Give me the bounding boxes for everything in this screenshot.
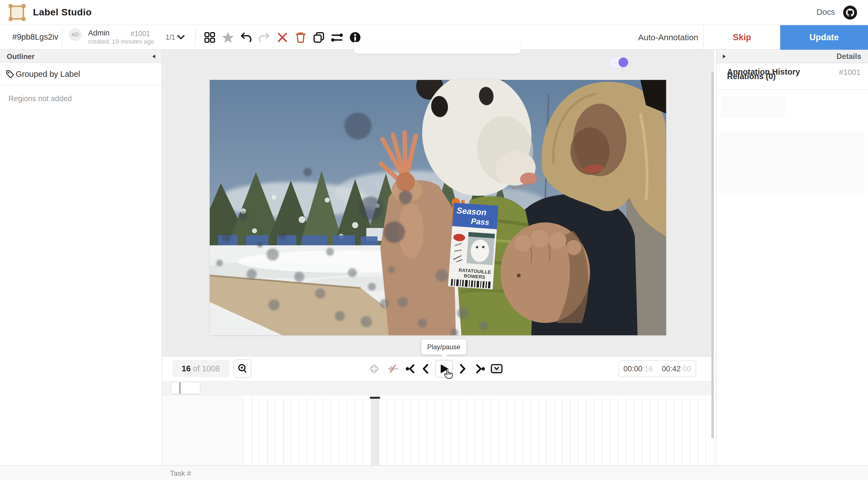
details-header: Details <box>716 50 868 63</box>
expand-right-icon[interactable] <box>722 54 726 60</box>
tooltip-text: Play/pause <box>427 343 461 351</box>
add-keypoint-button[interactable] <box>368 363 380 375</box>
floating-toolbar-remnant <box>354 42 521 54</box>
season-pass-badge: Season Pass RATATOUILLE BOWERS <box>448 203 499 289</box>
seeker-position-line <box>180 382 180 394</box>
undo-icon[interactable] <box>239 31 253 44</box>
redo-icon[interactable] <box>257 31 271 44</box>
current-time-main: 00:00 <box>623 365 642 373</box>
annotation-history-id: #1001 <box>839 68 861 77</box>
timeline-seeker-track[interactable] <box>162 381 712 395</box>
skip-button[interactable]: Skip <box>703 25 780 50</box>
update-label: Update <box>809 32 839 42</box>
interpolation-toggle-button[interactable] <box>491 363 503 375</box>
outliner-title: Outliner <box>7 52 35 61</box>
details-panel: Details Annotation History #1001 Relatio… <box>716 50 868 465</box>
timeline-label-gutter <box>162 395 243 465</box>
update-button[interactable]: Update <box>780 25 868 50</box>
total-time-main: 00:42 <box>662 365 681 373</box>
remove-keypoint-button[interactable] <box>386 363 399 375</box>
label-studio-app: Label Studio Docs #9pb8Lgs2iv AD Admin #… <box>0 0 868 480</box>
total-frames: 1008 <box>202 364 220 373</box>
cursor-hand-icon <box>443 368 453 381</box>
history-skeleton-item <box>721 97 785 117</box>
annotator-name: Admin <box>88 29 110 37</box>
outliner-header: Outliner <box>0 50 162 63</box>
frame-separator: of <box>193 364 200 373</box>
total-time-frames: :00 <box>681 365 691 373</box>
video-scene: Season Pass RATATOUILLE BOWERS <box>210 80 666 335</box>
playhead-column[interactable] <box>371 398 379 465</box>
history-skeleton-block <box>719 131 865 193</box>
grid-view-icon[interactable] <box>203 31 216 44</box>
avatar[interactable]: AD <box>69 28 82 41</box>
zoom-in-button[interactable] <box>234 359 251 378</box>
playhead-handle[interactable] <box>370 397 380 399</box>
star-icon[interactable] <box>221 31 235 44</box>
task-number-label: Task # <box>170 469 191 478</box>
play-pause-tooltip: Play/pause <box>422 339 466 354</box>
trash-icon[interactable] <box>294 31 307 44</box>
current-frame: 16 <box>182 364 191 373</box>
video-frame[interactable]: Season Pass RATATOUILLE BOWERS <box>210 80 666 335</box>
created-timestamp: created, 19 minutes ago <box>88 38 154 45</box>
annotation-pager: 1/1 <box>165 33 175 41</box>
regions-empty-note: Regions not added <box>8 95 72 103</box>
divider <box>62 29 62 46</box>
annotation-history-title: Annotation History <box>727 67 800 76</box>
timeline-panel[interactable] <box>162 395 714 465</box>
tooltip-arrow <box>440 354 448 358</box>
magnifier-plus-icon <box>237 363 248 374</box>
seeker-handle[interactable] <box>171 382 200 394</box>
duplicate-icon[interactable] <box>312 31 326 44</box>
chevron-down-icon[interactable] <box>177 34 185 41</box>
reject-x-icon[interactable] <box>276 31 289 44</box>
group-by-label-text: Grouped by Label <box>16 70 80 79</box>
collapse-left-icon[interactable] <box>152 54 155 60</box>
current-time[interactable]: 00:00:16 <box>619 361 658 377</box>
main-panel: Season Pass RATATOUILLE BOWERS <box>162 50 714 465</box>
group-by-label-row[interactable]: Grouped by Label <box>0 63 162 85</box>
label-studio-logo-icon[interactable] <box>8 3 26 23</box>
skip-label: Skip <box>733 32 751 42</box>
docs-link[interactable]: Docs <box>816 7 835 17</box>
next-frame-button[interactable] <box>456 363 469 375</box>
auto-annotation-toggle[interactable] <box>609 57 629 68</box>
prev-keypoint-button[interactable] <box>405 363 417 375</box>
prev-frame-button[interactable] <box>420 363 432 375</box>
next-keypoint-button[interactable] <box>473 363 486 375</box>
auto-annotation-label: Auto-Annotation <box>638 33 698 42</box>
frame-counter[interactable]: 16 of 1008 <box>172 360 229 377</box>
github-icon[interactable] <box>843 5 857 21</box>
video-controls-bar: 16 of 1008 <box>162 357 714 381</box>
app-title: Label Studio <box>33 7 92 18</box>
outliner-panel: Outliner Grouped by Label Regions not ad… <box>0 50 162 465</box>
tag-icon <box>6 70 14 80</box>
details-title: Details <box>836 52 861 61</box>
vertical-scrollbar[interactable] <box>711 72 714 438</box>
task-footer: Task # <box>0 465 868 480</box>
current-time-frames: :16 <box>642 365 653 373</box>
total-time: 00:42:00 <box>657 361 696 377</box>
toggle-knob <box>619 58 628 67</box>
app-header: Label Studio Docs <box>0 0 868 25</box>
divider <box>195 29 196 46</box>
badge-title-2: Pass <box>471 217 489 227</box>
annotation-id: #1001 <box>131 30 150 38</box>
fist-hand <box>501 222 590 323</box>
task-id: #9pb8Lgs2iv <box>12 32 58 42</box>
settings-sliders-icon[interactable] <box>330 31 344 44</box>
